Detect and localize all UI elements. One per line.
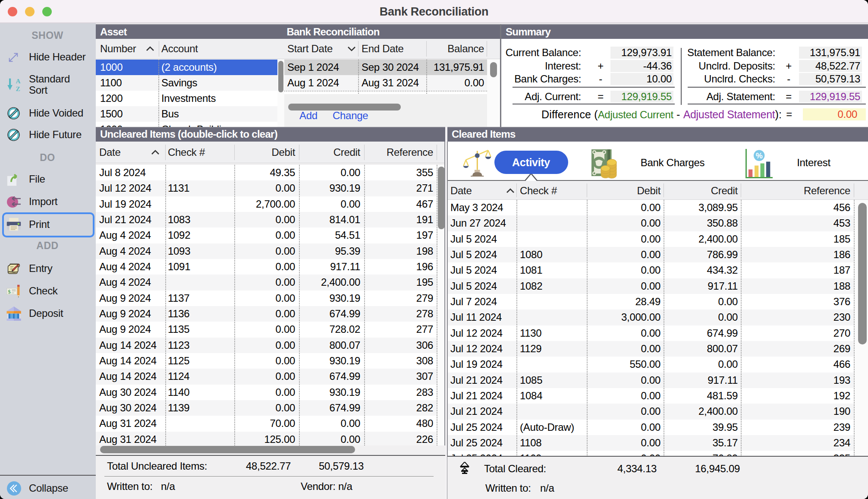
svg-text:%: % [756, 152, 763, 160]
svg-text:Z: Z [16, 85, 20, 92]
svg-text:$: $ [8, 289, 11, 295]
svg-text:A: A [16, 77, 21, 85]
